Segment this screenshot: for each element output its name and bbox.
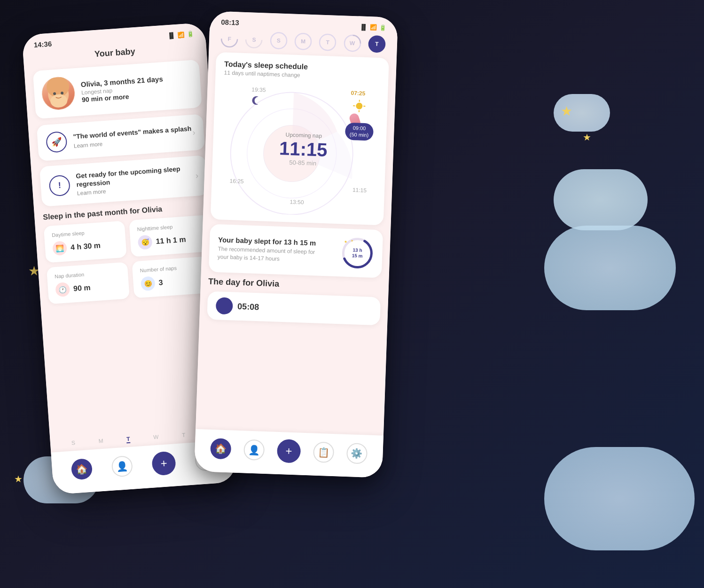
avatar <box>41 76 76 111</box>
week-day-t1[interactable]: T <box>126 436 130 443</box>
time-1115: 11:15 <box>352 187 367 194</box>
phone-front: 08:13 ▐▌ 📶 🔋 F S <box>194 11 398 478</box>
nighttime-icon: 😴 <box>138 235 153 250</box>
nap-count-label: Number of naps <box>140 263 205 274</box>
sleep-info-text: Your baby slept for 13 h 15 m The recomm… <box>218 235 322 264</box>
rocket-icon-circle: 🚀 <box>46 131 68 153</box>
nav-add-front[interactable]: + <box>277 439 301 463</box>
events-card-text: "The world of events" makes a splash Lea… <box>73 125 192 149</box>
day-time-icon <box>216 297 233 314</box>
moon-icon: 😴 <box>141 238 149 246</box>
svg-text:★: ★ <box>344 240 348 243</box>
nap-count-value: 😊 3 <box>141 273 207 291</box>
signal-icon-front: ▐▌ <box>360 24 368 31</box>
events-card[interactable]: 🚀 "The world of events" makes a splash L… <box>37 114 205 161</box>
star-icon: ★ <box>583 132 591 143</box>
bottom-nav-front: 🏠 👤 + 📋 ⚙️ <box>194 429 383 478</box>
time-1935: 19:35 <box>251 86 266 94</box>
nap-duration-value: 🕐 90 m <box>55 279 122 298</box>
day-time-text: 05:08 <box>237 301 259 312</box>
status-time-back: 14:36 <box>33 39 52 49</box>
stats-grid: Daytime sleep 🌅 4 h 30 m Nighttime sleep… <box>44 215 215 304</box>
day-s1[interactable]: S <box>245 31 263 49</box>
moon-icon-schedule <box>251 94 262 107</box>
daytime-label: Daytime sleep <box>52 228 117 238</box>
nap-duration-icon: 🕐 <box>55 282 70 297</box>
chevron-right-icon: › <box>192 127 196 137</box>
regression-card-left: ! Get ready for the upcoming sleep regre… <box>48 164 196 199</box>
sun-icon-schedule <box>352 99 366 115</box>
nap-bubble: 09:00 (50 min) <box>344 122 374 141</box>
status-time-front: 08:13 <box>221 18 239 26</box>
day-w[interactable]: W <box>343 34 361 52</box>
regression-card[interactable]: ! Get ready for the upcoming sleep regre… <box>39 155 208 207</box>
signal-icon: ▐▌ <box>167 32 176 39</box>
nav-notes-front[interactable]: 📋 <box>313 442 335 463</box>
time-1350: 13:50 <box>289 198 304 205</box>
daytime-sleep-card: Daytime sleep 🌅 4 h 30 m <box>44 221 127 263</box>
day-f[interactable]: F <box>220 30 239 48</box>
battery-icon-front: 🔋 <box>379 24 386 31</box>
svg-text:★: ★ <box>351 240 353 242</box>
svg-point-16 <box>356 102 362 109</box>
baby-info: Olivia, 3 months 21 days Longest nap 90 … <box>80 75 164 103</box>
time-0725: 07:25 <box>351 90 365 97</box>
cloud-decoration <box>544 226 676 310</box>
star-icon: ★ <box>14 473 23 485</box>
sun-sleep-icon: 🌅 <box>55 244 64 252</box>
wifi-icon-front: 📶 <box>370 24 377 31</box>
sleep-progress-circle: ★ ★ 13 h 15 m <box>340 236 374 270</box>
cloud-decoration <box>544 447 695 550</box>
day-time-row: 05:08 <box>207 291 381 326</box>
week-day-t2: T <box>182 432 186 439</box>
baby-face-svg <box>41 76 76 110</box>
nav-home-front[interactable]: 🏠 <box>210 438 232 460</box>
clock-icon: 🕐 <box>58 286 67 294</box>
schedule-visual: 19:35 07:25 <box>219 80 380 217</box>
wifi-icon: 📶 <box>178 31 185 38</box>
sleep-info-sub: The recommended amount of sleep for your… <box>218 245 321 264</box>
day-m[interactable]: M <box>294 32 312 51</box>
day-s2[interactable]: S <box>269 31 288 50</box>
day-t1[interactable]: T <box>319 33 337 51</box>
sleep-info-card: Your baby slept for 13 h 15 m The recomm… <box>209 224 383 278</box>
star-icon: ★ <box>561 103 572 119</box>
daytime-icon: 🌅 <box>52 241 67 256</box>
baby-avatar-image <box>41 76 76 110</box>
battery-icon: 🔋 <box>187 31 195 38</box>
nav-home-button[interactable]: 🏠 <box>71 458 93 480</box>
warning-icon-circle: ! <box>48 174 70 196</box>
status-icons-front: ▐▌ 📶 🔋 <box>360 24 386 31</box>
nap-duration-label: Nap duration <box>55 269 120 280</box>
nighttime-label: Nighttime sleep <box>137 222 203 232</box>
nav-profile-front[interactable]: 👤 <box>243 439 265 461</box>
sleep-hours-text: 13 h 15 m <box>352 247 363 259</box>
week-day-s1: S <box>71 439 75 447</box>
nap-icon: 😊 <box>144 280 152 288</box>
phone-front-screen: 08:13 ▐▌ 📶 🔋 F S <box>194 11 398 478</box>
nav-gear-front[interactable]: ⚙️ <box>346 443 368 464</box>
day-t2[interactable]: T <box>368 35 386 53</box>
exclamation-icon: ! <box>58 180 61 190</box>
time-1625: 16:25 <box>229 178 244 185</box>
sleep-schedule-card: Today's sleep schedule 11 days until nap… <box>211 52 389 226</box>
rocket-icon: 🚀 <box>51 136 62 147</box>
nighttime-sleep-card: Nighttime sleep 😴 11 h 1 m <box>129 215 212 257</box>
nighttime-value: 😴 11 h 1 m <box>138 231 204 250</box>
nap-duration-card: Nap duration 🕐 90 m <box>47 262 130 305</box>
day-section-title: The day for Olivia <box>208 277 382 293</box>
week-day-m: M <box>98 438 103 446</box>
nap-count-icon: 😊 <box>141 276 156 291</box>
upcoming-nap-center: Upcoming nap 11:15 50-85 min <box>279 131 328 167</box>
daytime-value: 🌅 4 h 30 m <box>52 237 119 256</box>
upcoming-time: 11:15 <box>279 138 328 160</box>
events-card-left: 🚀 "The world of events" makes a splash L… <box>46 122 192 153</box>
cloud-decoration <box>554 169 648 230</box>
chevron-right-icon-2: › <box>195 171 198 181</box>
week-day-w: W <box>153 434 159 442</box>
nav-add-button[interactable]: + <box>151 451 176 476</box>
regression-card-text: Get ready for the upcoming sleep regress… <box>76 164 196 197</box>
nav-profile-button[interactable]: 👤 <box>111 455 133 478</box>
